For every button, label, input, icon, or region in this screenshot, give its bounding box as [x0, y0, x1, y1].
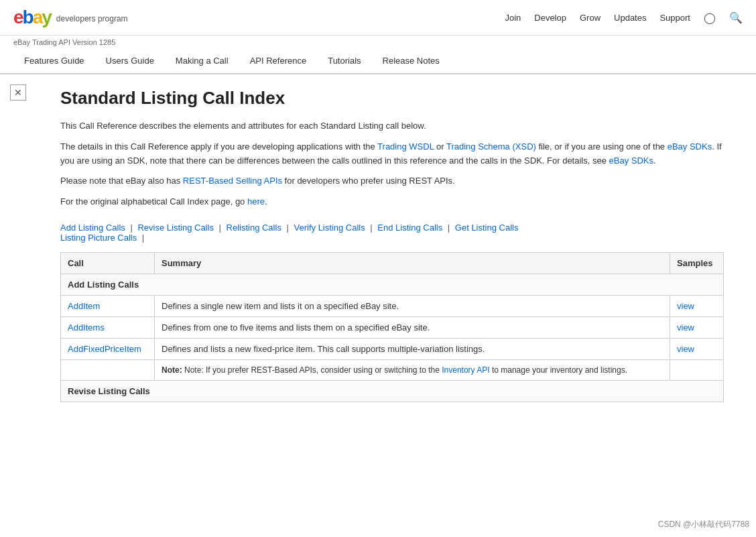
- dev-program-label: developers program: [56, 14, 128, 23]
- nav-tabs: Features Guide Users Guide Making a Call…: [0, 49, 756, 74]
- additem-view-link[interactable]: view: [677, 301, 694, 311]
- table-row-note: Note: Note: If you prefer REST-Based API…: [61, 359, 724, 380]
- addfixedpriceitem-view-link[interactable]: view: [677, 344, 694, 354]
- additem-samples: view: [670, 295, 724, 316]
- addfixedpriceitem-samples: view: [670, 338, 724, 359]
- logo-a: a: [33, 7, 42, 27]
- sub-header: eBay Trading API Version 1285: [0, 36, 756, 49]
- tab-users-guide[interactable]: Users Guide: [95, 49, 165, 74]
- tab-api-reference[interactable]: API Reference: [239, 49, 318, 74]
- intro3-pre: Please note that eBay also has: [60, 176, 183, 186]
- note-text-post: to manage your inventory and listings.: [490, 365, 627, 375]
- additem-link[interactable]: AddItem: [68, 301, 100, 311]
- nav-join[interactable]: Join: [505, 13, 521, 23]
- intro-paragraph-2: The details in this Call Reference apply…: [60, 140, 724, 168]
- intro-paragraph-4: For the original alphabetical Call Index…: [60, 195, 724, 209]
- tab-tutorials[interactable]: Tutorials: [317, 49, 371, 74]
- intro4-pre: For the original alphabetical Call Index…: [60, 196, 247, 206]
- quick-link-listing-picture[interactable]: Listing Picture Calls: [60, 233, 137, 243]
- additem-summary: Defines a single new item and lists it o…: [155, 295, 670, 316]
- section-add-listing: Add Listing Calls: [61, 274, 724, 295]
- nav-support[interactable]: Support: [659, 13, 690, 23]
- tab-making-a-call[interactable]: Making a Call: [165, 49, 239, 74]
- section-add-listing-title: Add Listing Calls: [61, 274, 724, 295]
- nav-develop[interactable]: Develop: [534, 13, 566, 23]
- addfixedpriceitem-link[interactable]: AddFixedPriceItem: [68, 344, 141, 354]
- call-addfixedpriceitem-cell: AddFixedPriceItem: [61, 338, 155, 359]
- additems-samples: view: [670, 316, 724, 338]
- section-revise-listing: Revise Listing Calls: [61, 380, 724, 402]
- separator-5: |: [448, 223, 452, 233]
- section-revise-listing-title: Revise Listing Calls: [61, 380, 724, 402]
- tab-features-guide[interactable]: Features Guide: [13, 49, 95, 74]
- logo-area: ebay developers program: [13, 7, 128, 28]
- additems-view-link[interactable]: view: [677, 322, 694, 333]
- quick-link-end-listing[interactable]: End Listing Calls: [377, 223, 442, 233]
- quick-link-get-listing[interactable]: Get Listing Calls: [455, 223, 519, 233]
- quick-links-section: Add Listing Calls | Revise Listing Calls…: [60, 223, 724, 243]
- note-samples-cell: [670, 359, 724, 380]
- nav-grow[interactable]: Grow: [580, 13, 601, 23]
- rest-selling-apis-link[interactable]: REST-Based Selling APIs: [183, 176, 282, 186]
- col-header-samples: Samples: [670, 252, 724, 274]
- additems-link[interactable]: AddItems: [68, 322, 105, 333]
- logo-e: e: [13, 7, 23, 27]
- main-container: ✕ Standard Listing Call Index This Call …: [0, 74, 756, 477]
- search-icon[interactable]: 🔍: [729, 11, 743, 24]
- intro2-or: or: [434, 141, 446, 152]
- quick-link-relisting[interactable]: Relisting Calls: [227, 223, 281, 233]
- additems-summary: Defines from one to five items and lists…: [155, 316, 670, 338]
- separator-1: |: [130, 223, 135, 233]
- ebay-sdks-link2[interactable]: eBay SDKs: [609, 156, 653, 166]
- ebay-logo: ebay: [13, 7, 51, 28]
- intro2-end: .: [653, 156, 656, 166]
- call-table: Call Summary Samples Add Listing Calls A…: [60, 252, 724, 402]
- intro-paragraph-3: Please note that eBay also has REST-Base…: [60, 174, 724, 188]
- trading-wsdl-link[interactable]: Trading WSDL: [377, 141, 434, 152]
- api-version-label: eBay Trading API Version 1285: [13, 38, 115, 46]
- close-sidebar-button[interactable]: ✕: [10, 84, 26, 101]
- note-summary-cell: Note: Note: If you prefer REST-Based API…: [155, 359, 670, 380]
- note-label: Note:: [162, 365, 182, 375]
- page-title: Standard Listing Call Index: [60, 88, 724, 109]
- quick-link-verify-listing[interactable]: Verify Listing Calls: [294, 223, 365, 233]
- account-icon[interactable]: ◯: [704, 11, 716, 24]
- intro4-end: .: [265, 196, 267, 206]
- intro-paragraph-1: This Call Reference describes the elemen…: [60, 119, 724, 133]
- logo-y: y: [42, 7, 51, 27]
- table-row: AddItem Defines a single new item and li…: [61, 295, 724, 316]
- sidebar: ✕: [0, 74, 40, 477]
- table-row: AddItems Defines from one to five items …: [61, 316, 724, 338]
- call-additem-cell: AddItem: [61, 295, 155, 316]
- separator-6: |: [142, 233, 144, 243]
- tab-release-notes[interactable]: Release Notes: [372, 49, 450, 74]
- intro2-mid: file, or if you are using one of the: [536, 141, 668, 152]
- intro3-post: for developers who prefer using REST API…: [282, 176, 455, 186]
- logo-b: b: [23, 7, 33, 27]
- col-header-call: Call: [61, 252, 155, 274]
- quick-link-add-listing[interactable]: Add Listing Calls: [60, 223, 125, 233]
- content-area: Standard Listing Call Index This Call Re…: [40, 74, 744, 477]
- separator-4: |: [370, 223, 375, 233]
- nav-updates[interactable]: Updates: [614, 13, 646, 23]
- top-nav: Join Develop Grow Updates Support ◯ 🔍: [505, 11, 743, 24]
- call-additems-cell: AddItems: [61, 316, 155, 338]
- intro2-pre: The details in this Call Reference apply…: [60, 141, 377, 152]
- ebay-sdks-link1[interactable]: eBay SDKs: [668, 141, 712, 152]
- quick-link-revise-listing[interactable]: Revise Listing Calls: [137, 223, 213, 233]
- table-row: AddFixedPriceItem Defines and lists a ne…: [61, 338, 724, 359]
- separator-3: |: [287, 223, 292, 233]
- separator-2: |: [219, 223, 224, 233]
- trading-schema-link[interactable]: Trading Schema (XSD): [446, 141, 536, 152]
- here-link[interactable]: here: [247, 196, 265, 206]
- note-call-cell: [61, 359, 155, 380]
- inventory-api-link[interactable]: Inventory API: [442, 365, 489, 375]
- addfixedpriceitem-summary: Defines and lists a new fixed-price item…: [155, 338, 670, 359]
- note-text-pre: Note: If you prefer REST-Based APIs, con…: [184, 365, 442, 375]
- top-header: ebay developers program Join Develop Gro…: [0, 0, 756, 36]
- col-header-summary: Summary: [155, 252, 670, 274]
